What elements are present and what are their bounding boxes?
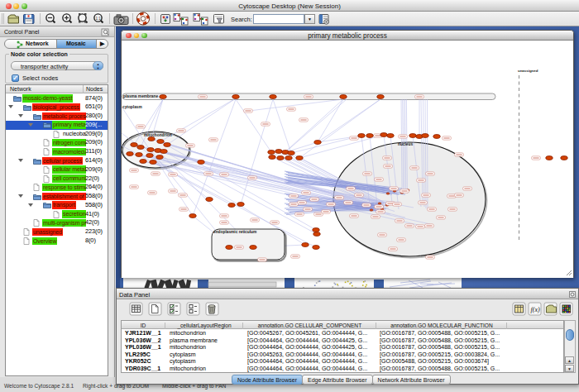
svg-text:endoplasmic reticulum: endoplasmic reticulum (213, 230, 256, 234)
svg-text:f(x): f(x) (531, 306, 540, 313)
svg-text:nucleus: nucleus (398, 142, 413, 146)
svg-text:1:1: 1:1 (96, 17, 102, 21)
svg-text:mitochondrion: mitochondrion (144, 133, 172, 137)
svg-text:unassigned: unassigned (518, 69, 538, 73)
svg-text:plasma membrane: plasma membrane (123, 94, 158, 98)
svg-text:cytoplasm: cytoplasm (122, 105, 142, 109)
